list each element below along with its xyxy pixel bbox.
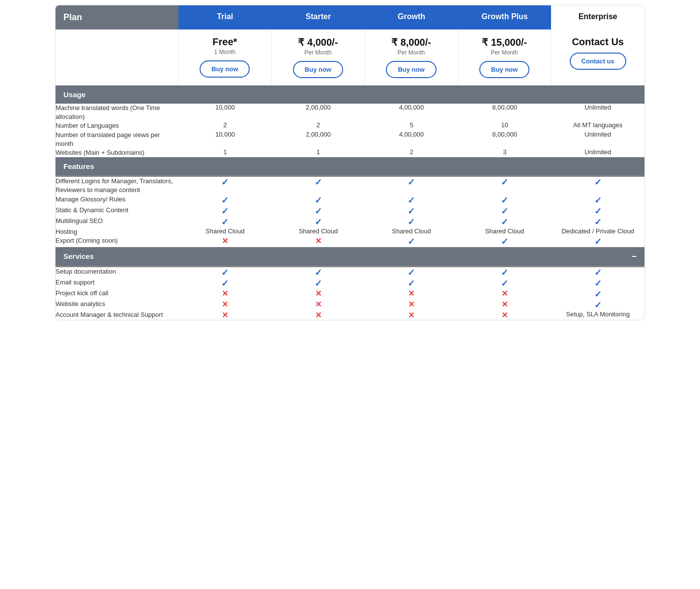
cell-usage-1-1: 2 bbox=[272, 121, 365, 130]
check-icon: ✓ bbox=[221, 279, 229, 288]
buy-button-3[interactable]: Buy now bbox=[479, 61, 529, 78]
check-icon: ✓ bbox=[501, 217, 508, 227]
cell-features-1-0: ✓ bbox=[178, 195, 272, 206]
cell-value-usage-1-1: 2 bbox=[317, 121, 320, 129]
price-cell-0: Free* 1 Month Buy now bbox=[178, 29, 272, 85]
cell-features-4-0: Shared Cloud bbox=[178, 227, 272, 236]
section-header-usage: Usage bbox=[56, 85, 644, 104]
check-icon: ✓ bbox=[315, 268, 322, 278]
row-label-usage-3: Websites (Main + Subdomains) bbox=[56, 148, 178, 157]
x-icon: ✕ bbox=[408, 311, 414, 319]
cell-features-4-4: Dedicated / Private Cloud bbox=[551, 227, 644, 236]
x-icon: ✕ bbox=[222, 311, 228, 319]
cell-services-3-2: ✕ bbox=[365, 300, 458, 310]
section-toggle-services[interactable]: − bbox=[631, 252, 637, 261]
section-label-services: Services bbox=[63, 252, 94, 260]
cell-value-usage-2-1: 2,00,000 bbox=[306, 131, 331, 138]
cell-usage-3-0: 1 bbox=[178, 148, 272, 157]
cell-value-features-4-3: Shared Cloud bbox=[485, 227, 525, 235]
price-main-2: ₹ 8,000/- bbox=[370, 36, 453, 48]
check-icon: ✓ bbox=[315, 217, 322, 227]
cell-features-4-2: Shared Cloud bbox=[365, 227, 458, 236]
check-icon: ✓ bbox=[408, 268, 415, 278]
cell-value-usage-2-2: 4,00,000 bbox=[399, 131, 424, 138]
cell-features-1-2: ✓ bbox=[365, 195, 458, 206]
buy-button-2[interactable]: Buy now bbox=[386, 61, 436, 78]
buy-button-1[interactable]: Buy now bbox=[293, 61, 343, 78]
pricing-table: PlanTrialStarterGrowthGrowth PlusEnterpr… bbox=[55, 5, 645, 320]
check-icon: ✓ bbox=[315, 206, 322, 216]
header-col-starter: Starter bbox=[272, 5, 365, 29]
cell-value-usage-1-3: 10 bbox=[501, 121, 508, 129]
check-icon: ✓ bbox=[221, 177, 229, 187]
cell-services-0-2: ✓ bbox=[365, 266, 458, 278]
check-icon: ✓ bbox=[221, 268, 229, 278]
cell-features-2-1: ✓ bbox=[272, 206, 365, 217]
section-header-services[interactable]: Services − bbox=[56, 247, 644, 266]
cell-services-0-0: ✓ bbox=[178, 266, 272, 278]
check-icon: ✓ bbox=[408, 206, 415, 216]
cell-services-3-3: ✕ bbox=[458, 300, 552, 310]
cell-features-2-2: ✓ bbox=[365, 206, 458, 217]
cell-features-2-0: ✓ bbox=[178, 206, 272, 217]
cell-usage-3-3: 3 bbox=[458, 148, 552, 157]
cell-services-2-1: ✕ bbox=[272, 289, 365, 300]
cell-value-usage-1-4: All MT languages bbox=[573, 121, 622, 129]
cell-services-4-2: ✕ bbox=[365, 310, 458, 320]
section-label-features: Features bbox=[63, 162, 94, 170]
cell-value-usage-0-2: 4,00,000 bbox=[399, 104, 424, 111]
cell-usage-0-4: Unlimited bbox=[551, 104, 644, 121]
header-col-growth: Growth bbox=[365, 5, 458, 29]
cell-services-1-1: ✓ bbox=[272, 278, 365, 289]
x-icon: ✕ bbox=[501, 300, 508, 309]
cell-value-usage-3-4: Unlimited bbox=[584, 148, 611, 156]
cell-value-usage-1-2: 5 bbox=[409, 121, 413, 129]
check-icon: ✓ bbox=[501, 279, 508, 288]
price-sub-1: Per Month bbox=[277, 49, 360, 56]
price-cell-4: Contact Us Contact us bbox=[551, 29, 644, 85]
row-label-features-1: Manage Glossory/ Rules bbox=[56, 195, 178, 206]
cell-services-1-0: ✓ bbox=[178, 278, 272, 289]
check-icon: ✓ bbox=[221, 217, 229, 227]
row-label-services-4: Account Manager & technical Support bbox=[56, 310, 178, 320]
cell-value-usage-3-3: 3 bbox=[503, 148, 506, 156]
cell-services-1-3: ✓ bbox=[458, 278, 552, 289]
cell-features-0-4: ✓ bbox=[551, 175, 644, 195]
cell-usage-1-3: 10 bbox=[458, 121, 552, 130]
price-main-0: Free* bbox=[183, 36, 266, 48]
cell-services-0-3: ✓ bbox=[458, 266, 552, 278]
cell-value-usage-2-3: 8,00,000 bbox=[492, 131, 517, 138]
price-sub-0: 1 Month bbox=[183, 49, 266, 56]
cell-value-usage-3-1: 1 bbox=[317, 148, 320, 156]
row-label-services-0: Setup documentation bbox=[56, 266, 178, 278]
x-icon: ✕ bbox=[222, 300, 228, 309]
cell-usage-3-2: 2 bbox=[365, 148, 458, 157]
buy-button-0[interactable]: Buy now bbox=[200, 60, 250, 78]
cell-features-4-1: Shared Cloud bbox=[272, 227, 365, 236]
row-label-features-4: Hosting bbox=[56, 227, 178, 236]
buy-button-4[interactable]: Contact us bbox=[570, 53, 626, 70]
row-label-usage-2: Number of translated page views per mont… bbox=[56, 131, 178, 148]
cell-value-usage-2-4: Unlimited bbox=[584, 131, 611, 138]
row-label-usage-1: Number of Languages bbox=[56, 121, 178, 130]
check-icon: ✓ bbox=[594, 196, 602, 205]
cell-services-4-1: ✕ bbox=[272, 310, 365, 320]
check-icon: ✓ bbox=[501, 268, 508, 278]
check-icon: ✓ bbox=[594, 268, 602, 278]
cell-features-0-2: ✓ bbox=[365, 175, 458, 195]
cell-features-4-3: Shared Cloud bbox=[458, 227, 552, 236]
cell-features-2-4: ✓ bbox=[551, 206, 644, 217]
cell-value-usage-0-1: 2,00,000 bbox=[306, 104, 331, 111]
check-icon: ✓ bbox=[408, 237, 415, 247]
check-icon: ✓ bbox=[594, 177, 602, 187]
x-icon: ✕ bbox=[408, 300, 414, 309]
x-icon: ✕ bbox=[501, 311, 508, 319]
price-main-3: ₹ 15,000/- bbox=[463, 36, 546, 48]
cell-services-0-4: ✓ bbox=[551, 266, 644, 278]
cell-services-2-3: ✕ bbox=[458, 289, 552, 300]
cell-services-3-0: ✕ bbox=[178, 300, 272, 310]
cell-features-3-3: ✓ bbox=[458, 217, 552, 227]
cell-features-2-3: ✓ bbox=[458, 206, 552, 217]
row-label-features-2: Static & Dynamic Content bbox=[56, 206, 178, 217]
cell-services-2-4: ✓ bbox=[551, 289, 644, 300]
